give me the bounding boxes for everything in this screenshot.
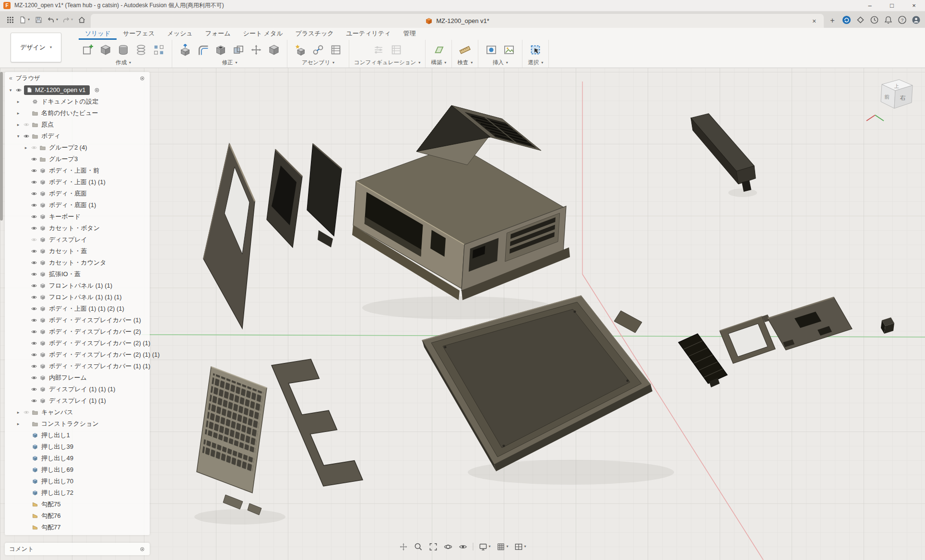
tree-collapsed-arrow-icon[interactable]: ▸ [14, 111, 22, 116]
visibility-eye-icon[interactable] [30, 213, 38, 220]
tree-item[interactable]: ディスプレイ [7, 234, 150, 245]
tree-item[interactable]: ボディ・底面 [7, 188, 150, 199]
joint-button[interactable] [310, 42, 326, 58]
visibility-eye-icon[interactable] [30, 305, 38, 312]
viewports-button[interactable]: ▾ [511, 540, 529, 553]
comment-options-icon[interactable] [139, 546, 145, 552]
tree-item[interactable]: 勾配77 [7, 522, 150, 533]
visibility-eye-icon[interactable] [22, 409, 31, 416]
configuration-table-button[interactable] [388, 42, 404, 58]
create-pattern-button[interactable] [151, 42, 167, 58]
pan-button[interactable] [396, 540, 411, 553]
press-pull-button[interactable] [177, 42, 193, 58]
tree-collapsed-arrow-icon[interactable]: ▸ [22, 145, 30, 150]
comment-bar[interactable]: コメント [5, 543, 150, 555]
insert-image-button[interactable] [501, 42, 517, 58]
help-button[interactable]: ? [897, 14, 907, 25]
visibility-eye-icon[interactable] [30, 167, 38, 174]
activate-component-radio[interactable] [93, 87, 101, 93]
new-component-button[interactable] [292, 42, 308, 58]
maximize-button[interactable]: □ [881, 0, 903, 11]
create-coil-button[interactable] [133, 42, 149, 58]
save-button[interactable] [32, 13, 45, 26]
recent-button[interactable] [869, 14, 879, 25]
configuration-button[interactable] [370, 42, 387, 58]
visibility-eye-icon[interactable] [30, 328, 38, 335]
tree-item[interactable]: 押し出し69 [7, 464, 150, 476]
tree-item[interactable]: 押し出し1 [7, 430, 150, 441]
browser-scrollbar[interactable] [0, 72, 3, 221]
tree-item[interactable]: ディスプレイ (1) (1) [7, 395, 150, 407]
visibility-eye-icon[interactable] [30, 190, 38, 197]
minimize-button[interactable]: – [859, 0, 881, 11]
look-at-button[interactable] [455, 540, 470, 553]
visibility-eye-icon[interactable] [30, 156, 38, 163]
shell-button[interactable] [213, 42, 229, 58]
close-button[interactable]: × [903, 0, 925, 11]
group-dropdown-コンフィギュレーション[interactable]: コンフィギュレーション▾ [354, 59, 420, 68]
zoom-button[interactable] [411, 540, 426, 553]
selected-component-pill[interactable]: MZ-1200_open v1 [24, 85, 90, 95]
ribbon-tab-シート メタル[interactable]: シート メタル [237, 28, 289, 40]
visibility-eye-icon[interactable] [30, 179, 38, 186]
notifications-button[interactable] [883, 14, 893, 25]
fit-button[interactable] [426, 540, 440, 553]
grid-and-snaps-button[interactable]: ▾ [493, 540, 511, 553]
tree-item[interactable]: カセット・ボタン [7, 222, 150, 234]
tree-expanded-arrow-icon[interactable]: ▾ [14, 134, 22, 139]
tree-item[interactable]: ボディ・上面 (1) (1) [7, 176, 150, 188]
tree-item[interactable]: 勾配75 [7, 499, 150, 510]
close-tab-button[interactable]: × [809, 16, 819, 26]
workspace-selector[interactable]: デザイン ▾ [11, 33, 61, 62]
visibility-eye-icon[interactable] [30, 351, 38, 358]
tree-item[interactable]: 内部フレーム [7, 372, 150, 384]
combine-button[interactable] [230, 42, 247, 58]
visibility-eye-icon[interactable] [30, 282, 38, 289]
tree-item[interactable]: カセット・蓋 [7, 245, 150, 257]
group-dropdown-検査[interactable]: 検査▾ [457, 59, 473, 68]
select-button[interactable] [527, 42, 544, 58]
ribbon-tab-管理[interactable]: 管理 [397, 28, 422, 40]
browser-display-settings-icon[interactable] [139, 75, 145, 82]
group-dropdown-構築[interactable]: 構築▾ [431, 59, 446, 68]
tree-item[interactable]: ボディ・ディスプレイカバー (2) [7, 326, 150, 338]
tree-item[interactable]: ▸原点 [7, 119, 150, 130]
visibility-eye-icon[interactable] [22, 133, 31, 140]
visibility-eye-icon[interactable] [14, 87, 23, 93]
tree-item[interactable]: ボディ・上面・前 [7, 165, 150, 176]
measure-button[interactable] [457, 42, 473, 58]
insert-decal-button[interactable] [483, 42, 499, 58]
tree-item[interactable]: フロントパネル (1) (1) (1) [7, 292, 150, 303]
tree-item[interactable]: 押し出し70 [7, 476, 150, 487]
group-dropdown-選択[interactable]: 選択▾ [528, 59, 543, 68]
create-sketch-button[interactable] [80, 42, 96, 58]
tree-item[interactable]: ボディ・ディスプレイカバー (2) (1) [7, 338, 150, 349]
visibility-eye-icon[interactable] [30, 271, 38, 278]
fillet-button[interactable] [195, 42, 211, 58]
tree-item[interactable]: フロントパネル (1) (1) [7, 280, 150, 292]
tree-item[interactable]: 押し出し39 [7, 441, 150, 453]
create-cylinder-button[interactable] [115, 42, 131, 58]
visibility-eye-icon[interactable] [30, 386, 38, 393]
offset-face-button[interactable] [266, 42, 282, 58]
app-grid-button[interactable] [4, 13, 16, 26]
tree-item[interactable]: 勾配76 [7, 510, 150, 522]
file-menu-button[interactable]: ▾ [17, 13, 31, 26]
tree-item[interactable]: ボディ・ディスプレイカバー (2) (1) (1) [7, 349, 150, 361]
tree-collapsed-arrow-icon[interactable]: ▸ [14, 421, 22, 426]
tree-item[interactable]: キーボード [7, 211, 150, 222]
extensions-button[interactable] [855, 14, 866, 25]
tree-item[interactable]: ボディ・底面 (1) [7, 199, 150, 211]
visibility-eye-icon[interactable] [30, 317, 38, 324]
account-button[interactable] [911, 14, 921, 25]
tree-collapsed-arrow-icon[interactable]: ▸ [14, 99, 22, 104]
group-dropdown-修正[interactable]: 修正▾ [222, 59, 237, 68]
tree-item[interactable]: ボディ・ディスプレイカバー (1) (1) [7, 361, 150, 372]
display-settings-button[interactable]: ▾ [475, 540, 493, 553]
tree-item[interactable]: ▾MZ-1200_open v1 [7, 84, 150, 96]
tree-item[interactable]: カセット・カウンタ [7, 257, 150, 268]
visibility-eye-icon[interactable] [30, 397, 38, 404]
visibility-eye-icon[interactable] [30, 225, 38, 232]
visibility-eye-icon[interactable] [30, 259, 38, 266]
tree-item[interactable]: ▾ボディ [7, 130, 150, 142]
